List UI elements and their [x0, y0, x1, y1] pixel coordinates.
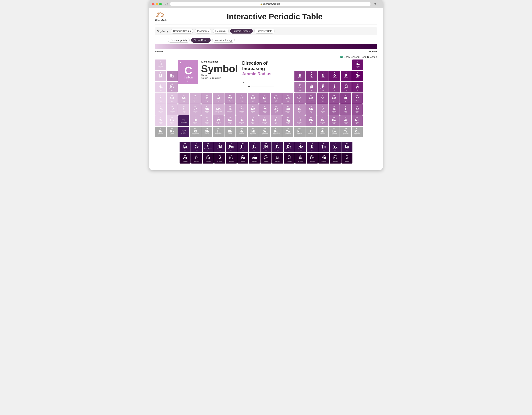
element-Ni[interactable]: 28NiNickel149 [259, 93, 270, 104]
lanthanides-placeholder[interactable]: 57-71 Ln Lanthanides [178, 115, 189, 126]
element-Y[interactable]: 39YYttrium212 [178, 104, 189, 115]
element-Sc[interactable]: 21ScScandium184 [178, 93, 189, 104]
element-H[interactable]: 1HHydrogen53 [155, 59, 166, 70]
btn-ionization-energy[interactable]: Ionization Energy [212, 38, 235, 43]
element-Sr[interactable]: 38SrStrontium219 [167, 104, 178, 115]
element-C[interactable]: 6CCarbon67 [306, 71, 317, 81]
element-Sb[interactable]: 51SbAntimony143 [317, 104, 328, 115]
element-Os[interactable]: 76OsOsmium185 [236, 115, 247, 126]
element-Ho[interactable]: 67HoHolmium226 [295, 142, 306, 152]
element-Rb[interactable]: 37RbRubidium265 [155, 104, 166, 115]
element-O[interactable]: 8OOxygen48 [329, 71, 340, 81]
element-Ne[interactable]: 10NeNeon38 [352, 71, 363, 81]
element-Co[interactable]: 27CoCobalt152 [248, 93, 259, 104]
minimize-button[interactable] [156, 3, 158, 5]
element-Ba[interactable]: 56BaBarium253 [167, 115, 178, 126]
show-trend-checkbox[interactable] [340, 56, 343, 58]
element-Tb[interactable]: 65TbTerbium225 [272, 142, 283, 152]
element-Cr[interactable]: 24CrChromium166 [213, 93, 224, 104]
element-Ta[interactable]: 73TaTantalum200 [201, 115, 212, 126]
address-bar[interactable]: 🔒 chemistrytalk.org [170, 2, 370, 6]
btn-discovery-date[interactable]: Discovery Date [254, 29, 275, 34]
element-Rg[interactable]: 111RgRoentgeniumUnknown [271, 127, 282, 137]
element-Lv[interactable]: 116LvLivermoriumUnknown [329, 127, 340, 137]
element-Hs[interactable]: 108HsHassiumUnknown [236, 127, 247, 137]
new-tab-icon[interactable]: + [378, 2, 380, 6]
element-Mn[interactable]: 25MnManganese161 [225, 93, 236, 104]
actinides-placeholder[interactable]: 89-103 An Actinides [178, 127, 189, 137]
element-Ru[interactable]: 44RuRuthenium178 [236, 104, 247, 115]
close-button[interactable] [152, 3, 154, 5]
element-Cf[interactable]: 98CfCaliforniumUnknown [284, 153, 295, 164]
element-In[interactable]: 49InIndium156 [294, 104, 305, 115]
element-Tc[interactable]: 43TcTechnetium183 [225, 104, 236, 115]
element-F[interactable]: 9FFluorine42 [341, 71, 352, 81]
element-Cu[interactable]: 29CuCopper145 [271, 93, 282, 104]
element-Cd[interactable]: 48CdCadmium161 [282, 104, 293, 115]
element-I[interactable]: 53IIodine115 [340, 104, 351, 115]
maximize-button[interactable] [159, 3, 162, 5]
element-N[interactable]: 7NNitrogen56 [318, 71, 329, 81]
element-Rh[interactable]: 45RhRhodium173 [248, 104, 259, 115]
element-Li[interactable]: 3LiLithium167 [155, 71, 166, 81]
element-W[interactable]: 74WTungsten193 [213, 115, 224, 126]
element-Ce[interactable]: 58CeCerium210 [191, 142, 202, 152]
element-Pu[interactable]: 94PuPlutoniumUnknown [237, 153, 248, 164]
element-Se[interactable]: 34SeSelenium103 [329, 93, 340, 104]
element-Tm[interactable]: 69TmThulium222 [318, 142, 329, 152]
btn-properties[interactable]: Properties › [195, 29, 211, 34]
element-Mo[interactable]: 42MoMolybdenum190 [213, 104, 224, 115]
element-Ca[interactable]: 20CaCalcium194 [167, 93, 178, 104]
element-Nh[interactable]: 113NhNihoniumUnknown [294, 127, 305, 137]
element-Pt[interactable]: 78PtPlatinum177 [259, 115, 270, 126]
element-Yb[interactable]: 70YbYtterbium222 [330, 142, 341, 152]
element-Br[interactable]: 35BrBromine94 [340, 93, 351, 104]
element-Sm[interactable]: 62SmSamarium238 [237, 142, 248, 152]
element-V[interactable]: 23VVanadium171 [201, 93, 212, 104]
element-Md[interactable]: 101MdMendeleviumUnknown [318, 153, 329, 164]
element-Ra[interactable]: 88RaRadiumUnknown [167, 127, 178, 137]
btn-periodic-trends[interactable]: Periodic Trends ▾ [230, 29, 253, 34]
element-Eu[interactable]: 63EuEuropium231 [249, 142, 260, 152]
element-Bh[interactable]: 107BhBohriumUnknown [225, 127, 236, 137]
element-Pd[interactable]: 46PdPalladium169 [259, 104, 270, 115]
element-As[interactable]: 33AsArsenic114 [317, 93, 328, 104]
element-U[interactable]: 92UUraniumUnknown [214, 153, 225, 164]
element-Au[interactable]: 79AuGold174 [271, 115, 282, 126]
element-Cn[interactable]: 112CnCoperniciumUnknown [282, 127, 293, 137]
element-Fm[interactable]: 100FmFermiumUnknown [307, 153, 318, 164]
element-Mt[interactable]: 109MtMeitneriumUnknown [248, 127, 259, 137]
element-Es[interactable]: 99EsEinsteiniumUnknown [295, 153, 306, 164]
element-Og[interactable]: 118OgOganessonUnknown [352, 127, 363, 137]
back-button[interactable]: ‹ [165, 2, 166, 6]
element-Cm[interactable]: 96CmCuriumUnknown [260, 153, 272, 164]
element-Zn[interactable]: 30ZnZinc142 [282, 93, 293, 104]
element-Th[interactable]: 90ThThoriumUnknown [191, 153, 202, 164]
element-Sn[interactable]: 50SnTin145 [305, 104, 316, 115]
btn-atomic-radius[interactable]: Atomic Radius [191, 38, 211, 43]
element-Si[interactable]: 14SiSilicon111 [306, 82, 317, 92]
element-Ag[interactable]: 47AgSilver165 [271, 104, 282, 115]
element-Rn[interactable]: 86RnRadon120 [352, 115, 363, 126]
element-Pb[interactable]: 82PbLead154 [305, 115, 316, 126]
element-Ga[interactable]: 31GaGallium136 [294, 93, 305, 104]
element-Lr[interactable]: 103LrLawrenciumUnknown [342, 153, 352, 164]
element-S[interactable]: 16SSulfur88 [329, 82, 340, 92]
element-Ar[interactable]: 18ArArgon71 [352, 82, 363, 92]
element-Ti[interactable]: 22TiTitanium176 [190, 93, 201, 104]
element-Ir[interactable]: 77IrIridium180 [248, 115, 259, 126]
element-Fl[interactable]: 114FlFleroviumUnknown [305, 127, 316, 137]
element-Bk[interactable]: 97BkBerkeliumUnknown [272, 153, 283, 164]
element-Na[interactable]: 11NaSodium190 [155, 82, 166, 92]
element-Hf[interactable]: 72HfHafnium208 [190, 115, 201, 126]
element-Po[interactable]: 84PoPolonium135 [329, 115, 340, 126]
share-icon[interactable]: ⬆ [374, 2, 376, 6]
element-Pm[interactable]: 61PmPromethium205 [226, 142, 237, 152]
forward-button[interactable]: › [167, 2, 168, 6]
btn-chemical-groups[interactable]: Chemical Groups [171, 29, 193, 34]
element-Ac[interactable]: 89AcActiniumUnknown [180, 153, 190, 164]
btn-electronegativity[interactable]: Electronegativity [168, 38, 190, 43]
element-Kr[interactable]: 36KrKrypton88 [352, 93, 363, 104]
element-At[interactable]: 85AtAstatine127 [340, 115, 351, 126]
element-Xe[interactable]: 54XeXenon108 [352, 104, 363, 115]
